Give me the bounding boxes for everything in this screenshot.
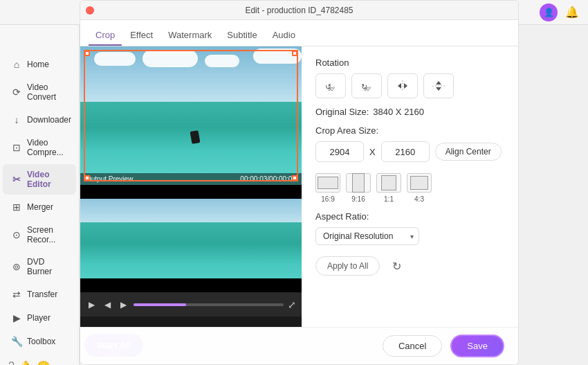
aspect-16-9-icon	[315, 173, 340, 193]
smiley-icon[interactable]: 😊	[37, 360, 50, 365]
aspect-9-16-label: 9:16	[351, 195, 365, 203]
rotation-section: Rotation ↺ 90° ↻ 90	[315, 57, 504, 98]
sidebar-item-merger[interactable]: ⊞ Merger	[3, 196, 76, 218]
tab-watermark[interactable]: Watermark	[161, 26, 219, 46]
app-window: Edit - production ID_4782485 👤 🔔 ⌂ Home …	[0, 0, 588, 365]
aspect-ratio-dropdown[interactable]: Original Resolution	[315, 227, 419, 245]
svg-text:90°: 90°	[328, 87, 336, 91]
home-icon: ⌂	[11, 59, 22, 70]
top-user-icons: 👤 🔔	[540, 3, 581, 21]
sidebar-item-dvd-burner[interactable]: ⊚ DVD Burner	[3, 251, 76, 282]
refresh-button[interactable]: ↻	[387, 256, 406, 276]
svg-marker-6	[404, 83, 407, 89]
merger-icon: ⊞	[11, 202, 22, 213]
original-size-label: Original Size:	[315, 107, 369, 117]
aspect-ratio-icons: 16:9 9:16 1:1	[315, 173, 504, 203]
rotate-cw-button[interactable]: ↻ 90°	[351, 73, 382, 98]
cloud-3	[205, 55, 239, 67]
aspect-1-1-icon	[376, 173, 401, 193]
sidebar-item-label: Video Convert	[27, 82, 68, 102]
sidebar-item-video-convert[interactable]: ⟳ Video Convert	[3, 77, 76, 107]
video-editor-icon: ✂	[11, 174, 22, 185]
sidebar-item-downloader[interactable]: ↓ Downloader	[3, 109, 76, 131]
edit-dialog: Edit - production ID_4782485 Crop Effect…	[80, 25, 519, 365]
crop-area-section: Crop Area Size: X Align Center	[315, 125, 504, 162]
sidebar-item-label: Transfer	[27, 290, 57, 299]
sidebar-item-label: Merger	[27, 202, 53, 212]
crop-height-input[interactable]	[381, 141, 430, 162]
cancel-button[interactable]: Cancel	[383, 335, 442, 357]
sidebar-item-screen-record[interactable]: ⊙ Screen Recor...	[3, 220, 76, 250]
video-bottom-preview: ▶ ◀ ▶ ⤢	[80, 185, 302, 317]
tab-audio[interactable]: Audio	[266, 26, 302, 46]
notification-icon[interactable]: 🔔	[19, 360, 33, 365]
next-button[interactable]: ▶	[118, 299, 129, 311]
user-icon-button[interactable]: 👤	[540, 3, 558, 21]
ocean-scene-small	[80, 185, 302, 292]
rotate-ccw-button[interactable]: ↺ 90°	[315, 73, 346, 98]
rotation-buttons: ↺ 90° ↻ 90°	[315, 73, 504, 98]
toolbox-icon: 🔧	[11, 336, 22, 347]
sidebar-item-label: DVD Burner	[27, 257, 68, 276]
output-preview-label: Output Preview	[86, 175, 133, 183]
prev-button[interactable]: ◀	[102, 299, 113, 311]
sidebar: ⌂ Home ⟳ Video Convert ↓ Downloader ⊡ Vi…	[0, 25, 80, 365]
output-label-bar: Output Preview 00:00:03/00:00:03	[80, 173, 302, 185]
aspect-ratio-label: Aspect Ratio:	[315, 211, 504, 222]
aspect-4-3-button[interactable]: 4:3	[407, 173, 432, 203]
crop-area-label: Crop Area Size:	[315, 125, 504, 136]
black-bar-bottom	[80, 278, 302, 292]
aspect-9-16-inner	[352, 173, 365, 193]
cloud-2	[143, 50, 198, 67]
cloud-1	[94, 52, 136, 66]
dialog-body: Output Preview 00:00:03/00:00:03	[80, 46, 518, 327]
original-size-row: Original Size: 3840 X 2160	[315, 107, 504, 117]
svg-text:90°: 90°	[364, 87, 371, 91]
play-button[interactable]: ▶	[86, 299, 98, 311]
tabs-bar: Crop Effect Watermark Subtitle Audio	[80, 25, 518, 46]
sidebar-item-video-editor[interactable]: ✂ Video Editor	[3, 164, 76, 195]
save-button[interactable]: Save	[450, 335, 504, 357]
aspect-9-16-button[interactable]: 9:16	[346, 173, 371, 203]
aspect-9-16-icon	[346, 173, 371, 193]
aspect-16-9-button[interactable]: 16:9	[315, 173, 340, 203]
player-icon: ▶	[11, 312, 22, 323]
flip-horizontal-button[interactable]	[387, 73, 418, 98]
aspect-16-9-label: 16:9	[321, 195, 334, 203]
sidebar-item-label: Toolbox	[27, 337, 55, 346]
crop-settings-panel: Rotation ↺ 90° ↻ 90	[302, 46, 518, 327]
progress-fill	[134, 303, 186, 306]
apply-all-button[interactable]: Apply to All	[315, 256, 380, 276]
crop-inputs: X Align Center	[315, 141, 504, 162]
bell-icon-button[interactable]: 🔔	[563, 3, 581, 21]
cloud-4	[253, 48, 302, 64]
progress-bar[interactable]	[134, 303, 284, 306]
aspect-1-1-button[interactable]: 1:1	[376, 173, 401, 203]
help-icon[interactable]: ?	[8, 360, 15, 365]
wave-area	[80, 102, 302, 185]
flip-vertical-button[interactable]	[423, 73, 454, 98]
sidebar-item-transfer[interactable]: ⇄ Transfer	[3, 283, 76, 305]
aspect-ratio-dropdown-wrap: Original Resolution ▾	[315, 227, 419, 245]
tab-crop[interactable]: Crop	[89, 26, 122, 46]
tab-effect[interactable]: Effect	[123, 26, 160, 46]
video-timestamp: 00:00:03/00:00:03	[240, 175, 296, 183]
dvd-burner-icon: ⊚	[11, 261, 22, 272]
aspect-1-1-label: 1:1	[384, 195, 394, 203]
aspect-4-3-inner	[410, 176, 428, 190]
expand-button[interactable]: ⤢	[288, 299, 296, 310]
sidebar-item-label: Screen Recor...	[27, 225, 68, 244]
sidebar-item-label: Player	[27, 313, 50, 323]
aspect-16-9-inner	[318, 177, 338, 189]
align-center-button[interactable]: Align Center	[435, 143, 502, 161]
rotation-label: Rotation	[315, 57, 504, 68]
sidebar-bottom: ? 🔔 😊	[0, 353, 79, 365]
sidebar-item-video-compress[interactable]: ⊡ Video Compre...	[3, 132, 76, 163]
sidebar-item-home[interactable]: ⌂ Home	[3, 53, 76, 75]
sidebar-item-toolbox[interactable]: 🔧 Toolbox	[3, 330, 76, 353]
sidebar-item-label: Video Compre...	[27, 138, 68, 157]
sidebar-item-player[interactable]: ▶ Player	[3, 307, 76, 329]
content-area: ⌂ Home ⟳ Video Convert ↓ Downloader ⊡ Vi…	[0, 25, 588, 365]
tab-subtitle[interactable]: Subtitle	[220, 26, 264, 46]
crop-width-input[interactable]	[315, 141, 364, 162]
